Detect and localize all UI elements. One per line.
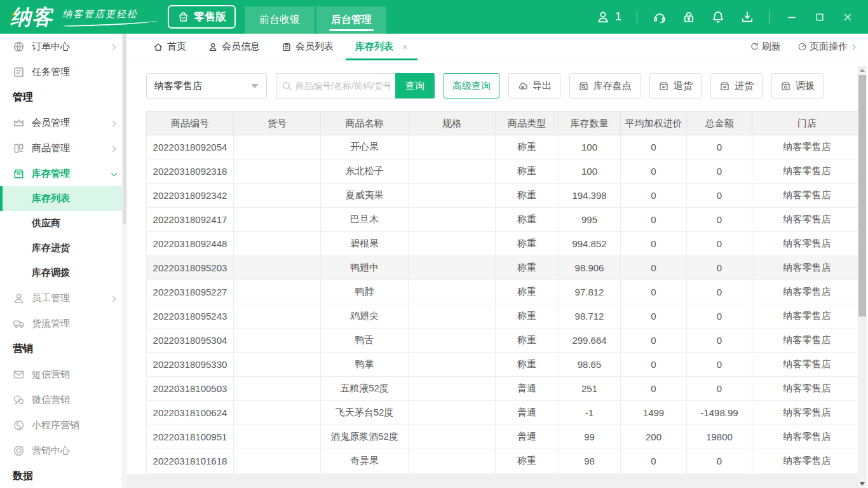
table-cell xyxy=(234,208,321,232)
table-row[interactable]: 20220318100951酒鬼原浆酒52度普通9920019800纳客零售店 xyxy=(147,425,862,449)
lock-icon[interactable] xyxy=(682,10,696,24)
titlebar-actions: 1 xyxy=(596,10,868,24)
table-cell: 称重 xyxy=(496,135,559,159)
table-cell: 鸭掌 xyxy=(321,353,409,377)
table-cell xyxy=(234,449,321,473)
sidebar-item-员工管理[interactable]: 员工管理 xyxy=(0,285,127,311)
vertical-scrollbar[interactable] xyxy=(858,66,867,488)
column-header: 库存数量 xyxy=(559,112,621,135)
close-button[interactable] xyxy=(841,11,854,24)
table-row[interactable]: 20220318095243鸡翅尖称重98.71200纳客零售店 xyxy=(147,304,862,329)
headset-icon[interactable] xyxy=(653,10,667,24)
export-button[interactable]: 导出 xyxy=(508,73,560,98)
refresh-icon xyxy=(750,42,759,51)
column-header: 总金额 xyxy=(687,112,752,135)
sidebar: 订单中心任务管理管理会员管理商品管理库存管理库存列表供应商库存进货库存调拨员工管… xyxy=(0,34,127,488)
sidebar-item-货流管理[interactable]: 货流管理 xyxy=(0,311,127,336)
sidebar-subitem-库存调拨[interactable]: 库存调拨 xyxy=(0,261,127,285)
sidebar-item-订单中心[interactable]: 订单中心 xyxy=(0,34,127,59)
table-row[interactable]: 20220318092417巴旦木称重99500纳客零售店 xyxy=(147,208,862,232)
return-goods-button[interactable]: 退货 xyxy=(649,73,702,98)
purchase-button[interactable]: 进货 xyxy=(710,73,763,98)
table-cell: -1498.99 xyxy=(687,401,752,425)
nav-tab-backend[interactable]: 后台管理 xyxy=(316,6,386,34)
table-row[interactable]: 20220318100503五粮液52度普通25100纳客零售店 xyxy=(147,377,862,401)
table-row[interactable]: 20220318095330鸭掌称重98.6500纳客零售店 xyxy=(147,353,862,377)
tab-inventory-list[interactable]: 库存列表 × xyxy=(344,34,419,60)
table-row[interactable]: 20220318092318东北松子称重10000纳客零售店 xyxy=(147,159,862,184)
page-tabbar: 首页 会员信息 会员列表 库存列表 × 刷新 页面 xyxy=(127,34,868,60)
table-cell xyxy=(234,159,321,184)
table-cell: 纳客零售店 xyxy=(752,184,862,208)
tab-close-icon[interactable]: × xyxy=(402,41,408,52)
store-select[interactable]: 纳客零售店 xyxy=(146,73,267,98)
table-cell: 酒鬼原浆酒52度 xyxy=(321,425,409,449)
table-cell: 碧根果 xyxy=(321,232,409,256)
sidebar-subitem-库存进货[interactable]: 库存进货 xyxy=(0,236,127,261)
titlebar: 纳客 纳客管店更轻松 零售版 前台收银 后台管理 1 xyxy=(0,0,868,34)
table-row[interactable]: 20220318101618奇异果称重9800纳客零售店 xyxy=(147,449,862,473)
table-cell: 0 xyxy=(687,329,752,353)
table-cell: 纳客零售店 xyxy=(752,353,862,377)
minimize-button[interactable] xyxy=(785,11,798,24)
search-button[interactable]: 查询 xyxy=(395,73,435,98)
table-cell: 纳客零售店 xyxy=(752,401,862,425)
sidebar-subitem-库存列表[interactable]: 库存列表 xyxy=(0,186,127,211)
refresh-button[interactable]: 刷新 xyxy=(750,41,781,53)
tab-member-list[interactable]: 会员列表 xyxy=(271,34,344,60)
table-cell: 1499 xyxy=(621,401,687,425)
search-input[interactable] xyxy=(295,81,390,91)
sidebar-item-库存管理[interactable]: 库存管理 xyxy=(0,161,127,186)
sidebar-section-label: 营销 xyxy=(0,336,127,362)
maximize-button[interactable] xyxy=(813,11,826,24)
table-row[interactable]: 20220318095304鸭舌称重299.66400纳客零售店 xyxy=(147,329,862,353)
table-row[interactable]: 20220318100624飞天茅台52度普通-11499-1498.99纳客零… xyxy=(147,401,862,425)
tabbar-actions: 刷新 页面操作 xyxy=(750,41,858,53)
tab-home[interactable]: 首页 xyxy=(142,34,197,60)
nav-tab-cashier[interactable]: 前台收银 xyxy=(245,6,315,34)
table-cell: 0 xyxy=(621,329,687,353)
table-cell xyxy=(409,401,496,425)
sidebar-item-任务管理[interactable]: 任务管理 xyxy=(0,59,127,85)
advanced-search-button[interactable]: 高级查询 xyxy=(444,73,499,98)
member-icon xyxy=(208,42,218,52)
table-cell: 0 xyxy=(687,135,752,159)
table-cell: 0 xyxy=(621,184,687,208)
table-cell: 纳客零售店 xyxy=(752,232,862,256)
sidebar-scrollbar[interactable] xyxy=(122,34,127,488)
table-cell: 开心果 xyxy=(321,135,409,159)
sidebar-item-短信营销[interactable]: 短信营销 xyxy=(0,362,127,387)
sidebar-subitem-供应商[interactable]: 供应商 xyxy=(0,211,127,236)
table-row[interactable]: 20220318092054开心果称重10000纳客零售店 xyxy=(147,135,862,159)
tab-member-info[interactable]: 会员信息 xyxy=(197,34,271,60)
table-cell xyxy=(234,329,321,353)
table-row[interactable]: 20220318092342夏威夷果称重194.39800纳客零售店 xyxy=(147,184,862,208)
table-cell: 纳客零售店 xyxy=(752,256,862,280)
page-ops-button[interactable]: 页面操作 xyxy=(797,41,858,53)
scrollbar-thumb[interactable] xyxy=(858,75,866,316)
sidebar-item-小程序营销[interactable]: 小程序营销 xyxy=(0,412,127,438)
horizontal-scroll-area[interactable] xyxy=(127,474,858,488)
download-icon[interactable] xyxy=(740,10,754,24)
sidebar-scrollbar-thumb[interactable] xyxy=(123,34,126,224)
transfer-button[interactable]: 调拨 xyxy=(771,73,824,98)
scroll-up-icon[interactable] xyxy=(858,66,867,74)
sidebar-item-商品管理[interactable]: 商品管理 xyxy=(0,135,127,161)
table-row[interactable]: 20220318092448碧根果称重994.85200纳客零售店 xyxy=(147,232,862,256)
table-cell xyxy=(409,425,496,449)
sidebar-item-营销中心[interactable]: 营销中心 xyxy=(0,438,127,463)
table-cell xyxy=(409,256,496,280)
table-cell: 20220318095243 xyxy=(147,304,234,329)
scroll-down-icon[interactable] xyxy=(858,480,867,488)
bell-icon[interactable] xyxy=(711,10,725,24)
table-row[interactable]: 20220318095203鸭翅中称重98.90600纳客零售店 xyxy=(147,256,862,280)
sidebar-item-会员管理[interactable]: 会员管理 xyxy=(0,110,127,135)
list-icon xyxy=(281,42,292,52)
online-users[interactable]: 1 xyxy=(596,10,621,24)
column-header: 商品名称 xyxy=(321,112,409,135)
stocktake-button[interactable]: 库存盘点 xyxy=(569,73,641,98)
sidebar-item-微信营销[interactable]: 微信营销 xyxy=(0,387,127,412)
chevron-right-icon xyxy=(110,294,118,302)
table-row[interactable]: 20220318095227鸭脖称重97.81200纳客零售店 xyxy=(147,280,862,304)
table-cell: 鸭脖 xyxy=(321,280,409,304)
